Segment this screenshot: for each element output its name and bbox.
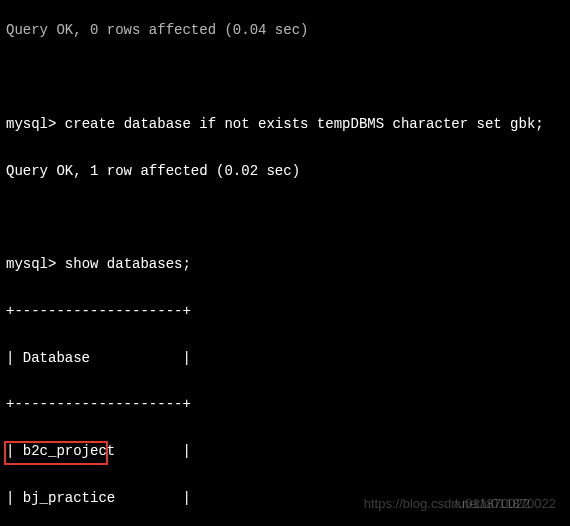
table-border: +--------------------+ <box>6 304 564 320</box>
terminal-output[interactable]: Query OK, 0 rows affected (0.04 sec) mys… <box>0 0 570 526</box>
table-row: | bj_practice | <box>6 491 564 507</box>
command-line-2: mysql> show databases; <box>6 257 564 273</box>
command-text: show databases; <box>65 256 191 272</box>
blank-line <box>6 210 564 226</box>
mysql-prompt: mysql> <box>6 256 56 272</box>
table-header: | Database | <box>6 351 564 367</box>
mysql-prompt: mysql> <box>6 116 56 132</box>
command-text: create database if not exists tempDBMS c… <box>65 116 544 132</box>
command-line-1: mysql> create database if not exists tem… <box>6 117 564 133</box>
table-border: +--------------------+ <box>6 397 564 413</box>
truncated-line: Query OK, 0 rows affected (0.04 sec) <box>6 23 564 39</box>
blank-line <box>6 70 564 86</box>
table-row: | b2c_project | <box>6 444 564 460</box>
query-result-1: Query OK, 1 row affected (0.02 sec) <box>6 164 564 180</box>
